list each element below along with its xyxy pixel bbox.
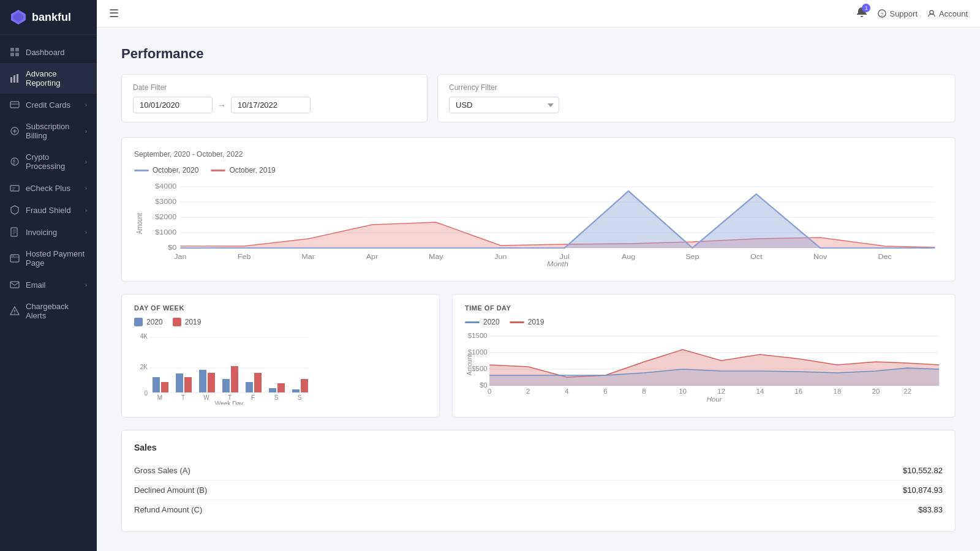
fraud-icon <box>10 205 20 215</box>
svg-text:$4000: $4000 <box>155 183 176 190</box>
svg-text:Sep: Sep <box>685 253 699 260</box>
svg-text:10: 10 <box>679 388 687 395</box>
sales-section: Sales Gross Sales (A) $10,552.82 Decline… <box>121 430 956 532</box>
svg-text:$2000: $2000 <box>155 214 176 220</box>
svg-text:Apr: Apr <box>366 253 379 260</box>
svg-text:Feb: Feb <box>238 253 251 260</box>
svg-rect-64 <box>254 373 262 392</box>
sidebar-logo: bankful <box>0 0 97 35</box>
reporting-icon <box>10 73 20 83</box>
content-area: Performance Date Filter → Currency Filte… <box>97 28 980 551</box>
sidebar-item-dashboard[interactable]: Dashboard <box>0 41 97 63</box>
currency-filter-label: Currency Filter <box>449 83 944 92</box>
svg-text:Dec: Dec <box>878 253 892 260</box>
chevron-icon: › <box>85 159 87 165</box>
svg-text:W: W <box>203 394 209 401</box>
dashboard-icon <box>10 47 20 57</box>
date-filter-label: Date Filter <box>133 83 416 92</box>
svg-rect-56 <box>161 382 168 392</box>
svg-text:Amount: Amount <box>466 354 473 375</box>
svg-text:$1000: $1000 <box>155 229 176 236</box>
notification-button[interactable]: 1 <box>856 6 868 21</box>
main-chart-section: September, 2020 - October, 2022 October,… <box>121 137 956 282</box>
sidebar-item-subscription-billing[interactable]: Subscription Billing › <box>0 116 97 146</box>
sidebar-item-email[interactable]: Email › <box>0 274 97 296</box>
sidebar-item-label: Credit Cards <box>26 100 70 110</box>
notification-badge: 1 <box>862 4 870 12</box>
chevron-icon: › <box>85 229 87 236</box>
svg-text:Week Day: Week Day <box>215 400 243 405</box>
account-link[interactable]: Account <box>927 9 968 18</box>
svg-text:S: S <box>274 394 279 401</box>
date-end-input[interactable] <box>231 97 311 113</box>
svg-rect-5 <box>15 53 19 56</box>
sidebar-item-crypto-processing[interactable]: ₿ Crypto Processing › <box>0 146 97 177</box>
svg-text:Jun: Jun <box>494 253 507 260</box>
creditcard-icon <box>10 100 20 110</box>
legend-label-2019: October, 2019 <box>229 166 275 174</box>
svg-rect-6 <box>10 77 12 83</box>
main-area: ☰ 1 ? Support Account <box>97 0 980 551</box>
sidebar-item-label: Subscription Billing <box>26 122 79 140</box>
sidebar-item-echeck-plus[interactable]: eCheck Plus › <box>0 177 97 199</box>
support-label: Support <box>889 9 918 18</box>
sidebar-item-label: Chargeback Alerts <box>26 302 87 320</box>
sidebar-item-credit-cards[interactable]: Credit Cards › <box>0 94 97 116</box>
page-title: Performance <box>121 46 956 62</box>
sidebar-item-label: Crypto Processing <box>26 152 79 171</box>
date-filter-box: Date Filter → <box>121 74 428 122</box>
sidebar-item-hosted-payment-page[interactable]: Hosted Payment Page <box>0 243 97 274</box>
tod-legend-2019-label: 2019 <box>528 318 545 326</box>
tod-chart-svg: $1500 $1000 $500 $0 Amount 0 2 4 <box>465 331 943 405</box>
currency-select[interactable]: USD EUR GBP CAD <box>449 97 559 113</box>
legend-item-2019: October, 2019 <box>211 166 275 174</box>
dow-legend-2020: 2020 <box>134 318 163 326</box>
date-arrow-icon: → <box>217 100 226 110</box>
hamburger-button[interactable]: ☰ <box>109 7 119 20</box>
chart-subtitle: September, 2020 - October, 2022 <box>134 150 943 159</box>
sales-row-refund: Refund Amount (C) $83.83 <box>134 500 943 519</box>
sidebar-nav: Dashboard Advance Reporting Credit <box>0 35 97 551</box>
svg-text:0: 0 <box>488 388 491 395</box>
dow-legend-2019: 2019 <box>173 318 202 326</box>
dow-legend-2020-label: 2020 <box>146 318 163 326</box>
legend-line-2019 <box>211 170 225 171</box>
subscription-icon <box>10 126 20 136</box>
svg-text:20: 20 <box>872 388 880 395</box>
svg-rect-10 <box>10 103 19 105</box>
svg-text:Jul: Jul <box>560 253 570 260</box>
svg-rect-63 <box>246 382 253 392</box>
date-start-input[interactable] <box>133 97 213 113</box>
svg-rect-55 <box>153 377 160 392</box>
legend-item-2020: October, 2020 <box>134 166 198 174</box>
sidebar-item-label: Hosted Payment Page <box>26 249 87 268</box>
main-chart-container: $4000 $3000 $2000 $1000 $0 Amount Jan Fe… <box>134 181 943 269</box>
sidebar-item-advance-reporting[interactable]: Advance Reporting <box>0 63 97 94</box>
sidebar-item-fraud-shield[interactable]: Fraud Shield › <box>0 199 97 221</box>
main-chart-svg: $4000 $3000 $2000 $1000 $0 Amount Jan Fe… <box>134 181 943 266</box>
svg-text:Jan: Jan <box>174 253 186 260</box>
legend-line-2020 <box>134 170 149 171</box>
hosted-icon <box>10 253 20 263</box>
account-icon <box>927 9 936 18</box>
svg-text:4K: 4K <box>140 333 148 340</box>
chargeback-icon <box>10 306 20 316</box>
echeck-icon <box>10 183 20 193</box>
svg-text:$500: $500 <box>472 365 488 372</box>
sidebar-item-chargeback-alerts[interactable]: Chargeback Alerts <box>0 296 97 326</box>
support-link[interactable]: ? Support <box>878 9 918 18</box>
account-label: Account <box>939 9 968 18</box>
svg-rect-67 <box>292 389 300 392</box>
svg-text:S: S <box>298 394 302 401</box>
svg-text:$0: $0 <box>168 244 176 251</box>
svg-text:12: 12 <box>717 388 725 395</box>
svg-point-18 <box>13 255 14 257</box>
svg-rect-58 <box>184 377 192 392</box>
svg-text:Mar: Mar <box>301 253 315 260</box>
svg-point-17 <box>12 255 13 257</box>
svg-text:$3000: $3000 <box>155 198 176 205</box>
refund-amount-value: $83.83 <box>918 505 943 514</box>
tod-legend-2019: 2019 <box>510 318 545 326</box>
sidebar-item-invoicing[interactable]: Invoicing › <box>0 221 97 243</box>
svg-text:18: 18 <box>834 388 842 395</box>
